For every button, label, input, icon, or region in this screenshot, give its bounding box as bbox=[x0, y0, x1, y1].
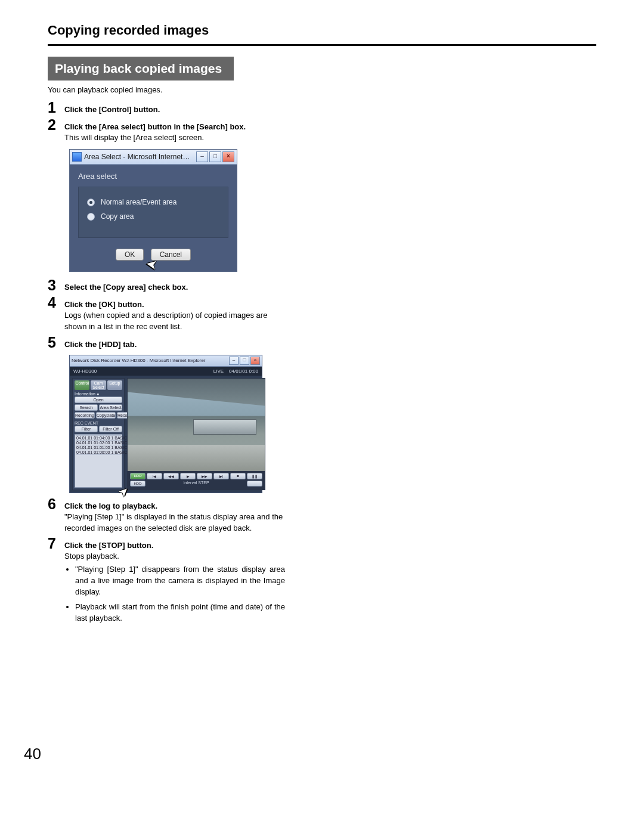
dialog-heading: Area select bbox=[78, 172, 228, 181]
bullet-item: "Playing [Step 1]" disappears from the s… bbox=[75, 564, 285, 598]
recording-button[interactable]: Recording bbox=[75, 412, 95, 419]
area-select-button[interactable]: Area Select bbox=[99, 404, 122, 411]
step-instruction: Select the [Copy area] check box. bbox=[64, 283, 188, 292]
steps-list: 1 Click the [Control] button. 2 Click th… bbox=[48, 99, 596, 627]
extra-button[interactable] bbox=[247, 481, 262, 487]
open-button[interactable]: Open bbox=[75, 397, 122, 403]
section-rec-event: REC EVENT bbox=[75, 421, 122, 425]
step-3: 3 Select the [Copy area] check box. bbox=[48, 277, 596, 293]
step-7: 7 Click the [STOP] button. Stops playbac… bbox=[48, 535, 596, 627]
ie-icon bbox=[72, 152, 82, 162]
dialog-title: Area Select - Microsoft Internet… bbox=[84, 153, 195, 161]
browser-title: Network Disk Recorder WJ-HD300 - Microso… bbox=[72, 358, 228, 363]
tab-cam-select[interactable]: Cam Select bbox=[91, 380, 106, 390]
step-number: 1 bbox=[48, 99, 64, 115]
step-detail: Stops playback. bbox=[64, 552, 119, 561]
ff-button[interactable]: ▶▶ bbox=[197, 473, 212, 479]
step-instruction: Click the [Control] button. bbox=[64, 105, 160, 114]
event-log-list[interactable]: 04.01.01 01:04:00 1 BASIC SCH 0 04.01.01… bbox=[75, 434, 122, 488]
playback-controls: HDD |◀ ◀◀ ▶ ▶▶ ▶| ■ ❚❚ HDD Interval STEP bbox=[128, 471, 265, 490]
option-normal-area[interactable]: Normal area/Event area bbox=[87, 198, 219, 206]
radio-icon[interactable] bbox=[87, 199, 95, 206]
section-title-bar: Playing back copied images bbox=[48, 57, 234, 80]
cursor-icon: ➤ bbox=[145, 256, 158, 274]
tab-setup[interactable]: Setup bbox=[107, 380, 122, 390]
bullet-item: Playback will start from the finish poin… bbox=[75, 602, 285, 624]
step-detail: "Playing [Step 1]" is displayed in the s… bbox=[64, 512, 283, 532]
step-1: 1 Click the [Control] button. bbox=[48, 99, 596, 115]
step-detail: Logs (when copied and a description) of … bbox=[64, 311, 267, 331]
model-label: WJ-HD300 bbox=[73, 368, 97, 374]
main-view: HDD |◀ ◀◀ ▶ ▶▶ ▶| ■ ❚❚ HDD Interval STEP bbox=[127, 378, 265, 490]
step-number: 6 bbox=[48, 496, 64, 512]
interval-label: Interval STEP bbox=[183, 481, 209, 487]
option-copy-area[interactable]: Copy area bbox=[87, 212, 219, 221]
play-button[interactable]: ▶ bbox=[180, 473, 196, 479]
step-6: 6 Click the log to playback. "Playing [S… bbox=[48, 496, 596, 534]
option-label: Copy area bbox=[101, 212, 134, 221]
step-detail: This will display the [Area select] scre… bbox=[64, 133, 204, 142]
radio-group: Normal area/Event area Copy area bbox=[78, 187, 228, 238]
chapter-rule bbox=[48, 44, 596, 46]
ok-button[interactable]: OK bbox=[116, 249, 144, 261]
step-instruction: Click the [STOP] button. bbox=[64, 541, 153, 550]
maximize-button[interactable]: □ bbox=[209, 151, 221, 162]
minimize-button[interactable]: – bbox=[229, 357, 239, 365]
log-row[interactable]: 04.01.01 01:00:00 1 BASIC SCH 0 bbox=[76, 450, 121, 455]
step-number: 2 bbox=[48, 116, 64, 132]
browser-titlebar: Network Disk Recorder WJ-HD300 - Microso… bbox=[70, 355, 262, 367]
step-instruction: Click the [HDD] tab. bbox=[64, 340, 137, 349]
step-bullet-list: "Playing [Step 1]" disappears from the s… bbox=[75, 564, 285, 624]
dialog-titlebar: Area Select - Microsoft Internet… – □ × bbox=[70, 150, 237, 165]
option-label: Normal area/Event area bbox=[101, 198, 177, 206]
rewind-button[interactable]: ◀◀ bbox=[163, 473, 179, 479]
prev-button[interactable]: |◀ bbox=[147, 473, 162, 479]
area-select-dialog: Area Select - Microsoft Internet… – □ × … bbox=[69, 149, 237, 272]
log-row[interactable]: 04.01.01 01:02:00 1 BASIC SCH 0 bbox=[76, 441, 121, 445]
step-instruction: Click the [OK] button. bbox=[64, 300, 144, 309]
log-row[interactable]: 04.01.01 01:04:00 1 BASIC SCH 0 bbox=[76, 436, 121, 441]
chapter-title: Copying recorded images bbox=[48, 23, 596, 38]
section-information: Information ● bbox=[75, 392, 122, 396]
page-number: 40 bbox=[24, 745, 41, 763]
log-row[interactable]: 04.01.01 01:01:00 1 BASIC SCH 0 bbox=[76, 445, 121, 450]
step-5: 5 Click the [HDD] tab. bbox=[48, 334, 596, 350]
maximize-button[interactable]: □ bbox=[240, 357, 249, 365]
tab-control[interactable]: Control bbox=[75, 380, 89, 390]
filter-off-button[interactable]: Filter Off bbox=[99, 426, 122, 432]
minimize-button[interactable]: – bbox=[196, 151, 208, 162]
filter-button[interactable]: Filter bbox=[75, 426, 98, 432]
intro-text: You can playback copied images. bbox=[48, 85, 596, 94]
close-button[interactable]: × bbox=[222, 151, 234, 162]
step-number: 7 bbox=[48, 535, 64, 551]
status-right: 04/01/01 0:00 bbox=[229, 368, 258, 374]
step-4: 4 Click the [OK] button. Logs (when copi… bbox=[48, 294, 596, 332]
pause-button[interactable]: ❚❚ bbox=[247, 473, 262, 479]
search-button[interactable]: Search bbox=[75, 404, 98, 411]
next-button[interactable]: ▶| bbox=[213, 473, 229, 479]
stop-button[interactable]: ■ bbox=[230, 473, 246, 479]
status-left: LIVE bbox=[213, 368, 224, 374]
side-panel: Control Cam Select Setup Information ● O… bbox=[72, 378, 125, 490]
video-panel bbox=[128, 379, 265, 471]
hdd-sub-button[interactable]: HDD bbox=[130, 481, 145, 487]
hdd-button[interactable]: HDD bbox=[130, 473, 145, 479]
copydata-button[interactable]: CopyData bbox=[96, 412, 116, 419]
step-instruction: Click the log to playback. bbox=[64, 501, 157, 510]
radio-icon[interactable] bbox=[87, 213, 95, 221]
step-number: 3 bbox=[48, 277, 64, 293]
step-instruction: Click the [Area select] button in the [S… bbox=[64, 122, 246, 131]
step-number: 5 bbox=[48, 334, 64, 350]
recorder-browser-window: Network Disk Recorder WJ-HD300 - Microso… bbox=[69, 355, 262, 493]
close-button[interactable]: × bbox=[250, 357, 260, 365]
step-2: 2 Click the [Area select] button in the … bbox=[48, 116, 596, 143]
step-number: 4 bbox=[48, 294, 64, 310]
